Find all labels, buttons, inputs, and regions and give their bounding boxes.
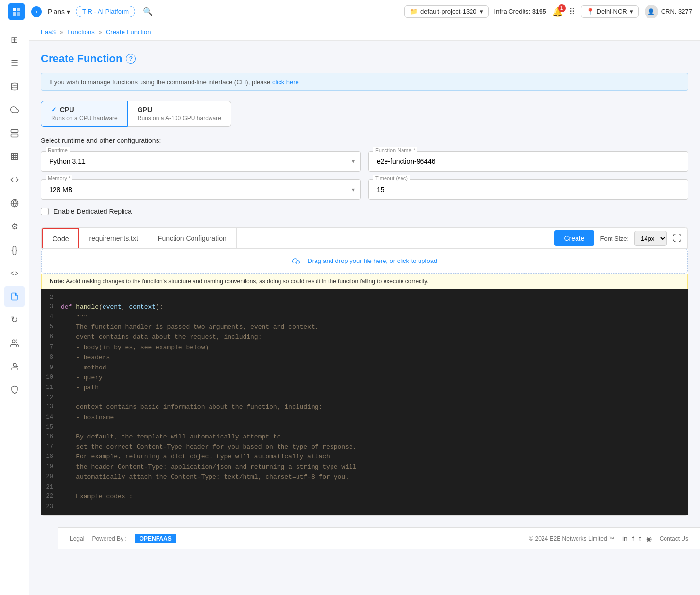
tab-actions: Create Font Size: 10px 12px 14px 16px 18… bbox=[548, 230, 687, 246]
plans-chevron-icon: ▾ bbox=[67, 8, 70, 16]
upload-text: Drag and drop your file here, or click t… bbox=[307, 257, 437, 264]
sidebar-item-deploy[interactable] bbox=[4, 169, 25, 191]
upload-cloud-icon bbox=[292, 257, 305, 264]
sidebar-item-list[interactable]: ☰ bbox=[4, 52, 25, 74]
notification-badge: 1 bbox=[558, 4, 566, 12]
code-line-21: 21 bbox=[41, 483, 688, 492]
footer-contact[interactable]: Contact Us bbox=[660, 535, 688, 542]
notifications-button[interactable]: 🔔 1 bbox=[552, 6, 563, 17]
app-logo[interactable] bbox=[8, 3, 25, 20]
sidebar-item-refresh[interactable]: ↻ bbox=[4, 309, 25, 331]
sidebar-item-shield[interactable] bbox=[4, 379, 25, 401]
function-name-group: Function Name * bbox=[368, 151, 688, 172]
memory-label: Memory * bbox=[46, 175, 72, 181]
tab-requirements[interactable]: requirements.txt bbox=[79, 228, 148, 248]
code-editor[interactable]: 2 3 def handle(event, context): 4 """ 5 … bbox=[41, 289, 688, 515]
note-text: Avoid making changes to the function's s… bbox=[66, 278, 428, 285]
code-panel: Code requirements.txt Function Configura… bbox=[41, 227, 688, 516]
code-line-10: 10 - query bbox=[41, 373, 688, 383]
tabs-bar: Code requirements.txt Function Configura… bbox=[41, 228, 688, 249]
note-prefix: Note: bbox=[50, 278, 65, 285]
code-line-8: 8 - headers bbox=[41, 353, 688, 363]
footer-social-icons: in f t ◉ bbox=[622, 535, 652, 542]
page-body: Create Function ? If you wish to manage … bbox=[29, 41, 700, 527]
sidebar-item-code-angle[interactable]: <> bbox=[4, 262, 25, 284]
memory-group: Memory * 128 MB 256 MB 512 MB 1024 MB ▾ bbox=[41, 179, 361, 200]
cpu-sub: Runs on a CPU hardware bbox=[51, 115, 118, 122]
linkedin-icon[interactable]: in bbox=[622, 535, 628, 542]
code-line-19: 19 the header Content-Type: application/… bbox=[41, 462, 688, 472]
project-selector[interactable]: 📁 default-project-1320 ▾ bbox=[404, 5, 489, 18]
user-menu[interactable]: 👤 CRN. 3277 bbox=[645, 5, 692, 18]
footer: Legal Powered By : OPENFAAS © 2024 E2E N… bbox=[58, 527, 700, 549]
breadcrumb: FaaS » Functions » Create Function bbox=[29, 23, 700, 41]
code-line-23: 23 bbox=[41, 502, 688, 511]
apps-grid-icon[interactable]: ⠿ bbox=[569, 6, 575, 17]
fullscreen-icon[interactable]: ⛶ bbox=[673, 233, 682, 244]
code-line-11: 11 - path bbox=[41, 383, 688, 393]
rss-icon[interactable]: ◉ bbox=[646, 535, 652, 542]
code-line-3: 3 def handle(event, context): bbox=[41, 302, 688, 313]
enable-replica-checkbox[interactable] bbox=[41, 208, 49, 215]
form-row-runtime: Runtime Python 3.11 Python 3.10 Python 3… bbox=[41, 151, 688, 172]
plans-dropdown[interactable]: Plans ▾ bbox=[48, 8, 70, 16]
code-line-22: 22 Example codes : bbox=[41, 492, 688, 502]
sidebar-item-users-circle[interactable] bbox=[4, 332, 25, 354]
footer-legal[interactable]: Legal bbox=[70, 535, 84, 542]
form-row-memory: Memory * 128 MB 256 MB 512 MB 1024 MB ▾ … bbox=[41, 179, 688, 200]
sidebar-item-code-braces[interactable]: {} bbox=[4, 239, 25, 261]
sidebar-item-settings[interactable]: ⚙ bbox=[4, 216, 25, 237]
breadcrumb-sep-1: » bbox=[60, 28, 63, 35]
code-line-15: 15 bbox=[41, 423, 688, 432]
runtime-label: Runtime bbox=[46, 147, 70, 153]
timeout-group: Timeout (sec) bbox=[368, 179, 688, 200]
location-icon: 📍 bbox=[586, 8, 594, 15]
openfaas-badge[interactable]: OPENFAAS bbox=[135, 534, 176, 543]
timeout-input[interactable] bbox=[368, 179, 688, 200]
form-section-label: Select runtime and other configurations: bbox=[41, 137, 688, 144]
function-name-input[interactable] bbox=[368, 151, 688, 172]
sidebar-item-cloud[interactable] bbox=[4, 99, 25, 121]
tir-platform-badge[interactable]: TIR - AI Platform bbox=[76, 6, 135, 17]
runtime-select[interactable]: Python 3.11 Python 3.10 Python 3.9 Node.… bbox=[41, 151, 361, 172]
sidebar-item-file[interactable] bbox=[4, 286, 25, 307]
svg-point-4 bbox=[11, 83, 18, 86]
page-title: Create Function bbox=[41, 52, 122, 65]
facebook-icon[interactable]: f bbox=[632, 535, 634, 542]
main-content: FaaS » Functions » Create Function Creat… bbox=[29, 23, 700, 595]
font-size-select[interactable]: 10px 12px 14px 16px 18px bbox=[634, 231, 667, 246]
code-line-2: 2 bbox=[41, 293, 688, 302]
memory-select[interactable]: 128 MB 256 MB 512 MB 1024 MB bbox=[41, 179, 361, 200]
timeout-label: Timeout (sec) bbox=[373, 175, 410, 181]
sidebar-item-add-user[interactable] bbox=[4, 356, 25, 377]
tab-code[interactable]: Code bbox=[42, 228, 79, 248]
help-icon[interactable]: ? bbox=[126, 54, 136, 64]
cli-link[interactable]: click here bbox=[272, 78, 299, 86]
cli-info-banner: If you wish to manage functions using th… bbox=[41, 73, 688, 91]
twitter-icon[interactable]: t bbox=[639, 535, 641, 542]
upload-zone[interactable]: Drag and drop your file here, or click t… bbox=[41, 249, 688, 274]
code-line-17: 17 set the correct Content-Type header f… bbox=[41, 442, 688, 453]
sidebar-item-dashboard[interactable]: ⊞ bbox=[4, 29, 25, 51]
gpu-label: GPU bbox=[138, 106, 152, 114]
tab-function-config[interactable]: Function Configuration bbox=[148, 228, 237, 248]
hardware-gpu-option[interactable]: GPU Runs on a A-100 GPU hardware bbox=[128, 101, 231, 127]
svg-rect-1 bbox=[17, 8, 20, 11]
expand-sidebar-button[interactable]: › bbox=[31, 6, 42, 17]
code-line-13: 13 context contains basic information ab… bbox=[41, 402, 688, 413]
breadcrumb-faas[interactable]: FaaS bbox=[41, 28, 56, 35]
region-selector[interactable]: 📍 Delhi-NCR ▾ bbox=[581, 5, 639, 18]
create-function-button[interactable]: Create bbox=[554, 230, 594, 246]
search-icon[interactable]: 🔍 bbox=[143, 7, 153, 16]
sidebar-item-network[interactable] bbox=[4, 192, 25, 214]
svg-rect-0 bbox=[13, 8, 16, 11]
breadcrumb-functions[interactable]: Functions bbox=[67, 28, 94, 35]
sidebar-item-database[interactable] bbox=[4, 76, 25, 97]
code-line-6: 6 event contains data about the request,… bbox=[41, 332, 688, 343]
footer-powered-by: Powered By : bbox=[92, 535, 126, 542]
svg-rect-6 bbox=[11, 134, 18, 137]
code-line-5: 5 The function handler is passed two arg… bbox=[41, 322, 688, 332]
sidebar-item-chart[interactable] bbox=[4, 146, 25, 167]
hardware-cpu-option[interactable]: ✓ CPU Runs on a CPU hardware bbox=[41, 101, 128, 127]
sidebar-item-server[interactable] bbox=[4, 122, 25, 144]
